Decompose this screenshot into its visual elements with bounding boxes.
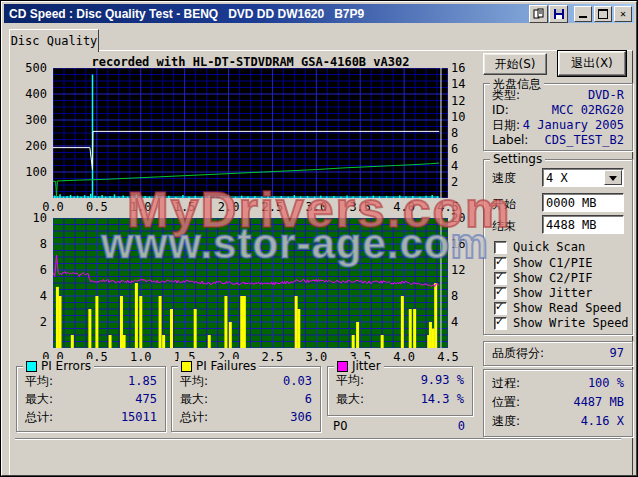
quick-scan-checkbox[interactable]: Quick Scan (494, 240, 585, 254)
maximize-icon (598, 9, 608, 19)
tab-label: Disc Quality (11, 34, 98, 48)
chart1-left-axis: 500400300200100 (17, 68, 49, 198)
pi-errors-avg-row: 平均:1.85 (25, 373, 157, 389)
pi-failures-total-row: 总计:306 (180, 409, 312, 425)
axis-tick-label: 4.0 (393, 350, 415, 364)
progress-row: 过程:100 % (492, 375, 624, 391)
pi-errors-total-row: 总计:15011 (25, 409, 157, 425)
axis-tick-label: 4 (451, 159, 458, 173)
chevron-down-icon[interactable] (604, 170, 622, 185)
close-button[interactable]: ✕ (614, 6, 632, 22)
axis-tick-label: 200 (25, 139, 47, 153)
axis-tick-label: 1.0 (130, 350, 152, 364)
exit-button[interactable]: 退出(X) (558, 51, 626, 76)
start-pos-field[interactable]: 0000 MB (542, 193, 624, 212)
progress-group: 过程:100 % 位置:4487 MB 速度:4.16 X (483, 369, 633, 437)
axis-tick-label: 4.0 (393, 200, 415, 214)
end-pos-field[interactable]: 4488 MB (542, 215, 624, 234)
axis-tick-label: 2.5 (262, 350, 284, 364)
axis-tick-label: 100 (25, 165, 47, 179)
save-button[interactable] (549, 5, 568, 23)
axis-tick-label: 0.5 (86, 200, 108, 214)
chart2-left-axis: 108642 (17, 218, 49, 348)
end-pos-label: 结束 (492, 218, 516, 235)
axis-tick-label: 16 (451, 237, 465, 251)
start-pos-label: 开始 (492, 196, 516, 213)
axis-tick-label: 4.5 (437, 350, 459, 364)
recorded-with-text: recorded with HL-DT-STDVDRAM GSA-4160B v… (53, 55, 448, 69)
pi-errors-swatch-icon (26, 361, 37, 372)
axis-tick-label: 3.5 (349, 200, 371, 214)
axis-tick-label: 300 (25, 113, 47, 127)
pi-failures-avg-row: 平均:0.03 (180, 373, 312, 389)
pi-errors-panel: PI Errors 平均:1.85 最大:475 总计:15011 (16, 366, 166, 432)
tab-disc-quality[interactable]: Disc Quality (9, 29, 99, 52)
disc-info-group: 光盘信息 类型:DVD-R ID:MCC 02RG20 日期:4 January… (483, 83, 633, 151)
axis-tick-label: 4 (40, 289, 47, 303)
show-c2pif-checkbox[interactable]: Show C2/PIF (494, 271, 592, 285)
axis-tick-label: 8 (451, 289, 458, 303)
pi-failures-max-row: 最大:6 (180, 391, 312, 407)
axis-tick-label: 12 (451, 94, 465, 108)
show-write-speed-checkbox[interactable]: Show Write Speed (494, 316, 629, 330)
axis-tick-label: 6 (40, 263, 47, 277)
pi-failures-title: PI Failures (178, 359, 259, 373)
disc-type-row: 类型:DVD-R (492, 87, 624, 103)
checkbox-icon[interactable] (494, 287, 507, 300)
show-read-speed-checkbox[interactable]: Show Read Speed (494, 301, 621, 315)
title-bar[interactable]: CD Speed : Disc Quality Test - BENQ DVD … (4, 4, 634, 23)
position-row: 位置:4487 MB (492, 394, 624, 410)
settings-group: Settings 速度 4 X 开始 0000 MB 结束 4488 MB Qu… (483, 159, 633, 335)
report-icon (533, 8, 545, 20)
window-title: CD Speed : Disc Quality Test - BENQ DVD … (9, 7, 528, 21)
divider (15, 438, 621, 440)
show-jitter-checkbox[interactable]: Show Jitter (494, 286, 592, 300)
start-button[interactable]: 开始(S) (483, 53, 547, 75)
axis-tick-label: 14 (451, 77, 465, 91)
axis-tick-label: 20 (451, 211, 465, 225)
app-window: CD Speed : Disc Quality Test - BENQ DVD … (0, 0, 638, 477)
axis-tick-label: 10 (33, 211, 47, 225)
jitter-panel: Jitter 平均:9.93 % 最大:14.3 % (327, 366, 473, 416)
axis-tick-label: 3.0 (305, 350, 327, 364)
quality-score-row: 品质得分:97 (492, 345, 624, 361)
disc-label-row: Label:CDS_TEST_B2 (492, 132, 624, 148)
pi-errors-title: PI Errors (23, 359, 94, 373)
chart1-x-axis: 0.00.51.01.52.02.53.03.54.04.5 (53, 200, 453, 213)
save-icon (553, 8, 565, 20)
axis-tick-label: 3.0 (305, 200, 327, 214)
pi-failures-swatch-icon (181, 361, 192, 372)
po-row: PO 0 (333, 418, 465, 434)
disc-date-row: 日期:4 January 2005 (492, 117, 624, 133)
report-button[interactable] (529, 5, 548, 23)
checkbox-icon[interactable] (494, 241, 507, 254)
axis-tick-label: 1.0 (130, 200, 152, 214)
minimize-icon (579, 16, 587, 18)
quality-score-group: 品质得分:97 (483, 341, 633, 366)
axis-tick-label: 500 (25, 61, 47, 75)
checkbox-icon[interactable] (494, 257, 507, 270)
minimize-button[interactable] (574, 6, 592, 22)
checkbox-icon[interactable] (494, 317, 507, 330)
jitter-max-row: 最大:14.3 % (336, 391, 464, 407)
axis-tick-label: 2 (40, 315, 47, 329)
jitter-swatch-icon (337, 361, 348, 372)
jitter-avg-row: 平均:9.93 % (336, 372, 464, 388)
speed-combobox[interactable]: 4 X (542, 168, 624, 187)
axis-tick-label: 1.5 (174, 200, 196, 214)
axis-tick-label: 6 (451, 142, 458, 156)
maximize-button[interactable] (594, 6, 612, 22)
speed-row: 速度:4.16 X (492, 413, 624, 429)
show-c1pie-checkbox[interactable]: Show C1/PIE (494, 256, 592, 270)
axis-tick-label: 8 (451, 126, 458, 140)
axis-tick-label: 2 (451, 175, 458, 189)
chart2-plot (53, 218, 448, 348)
checkbox-icon[interactable] (494, 302, 507, 315)
chart1-plot (53, 68, 448, 198)
axis-tick-label: 8 (40, 237, 47, 251)
axis-tick-label: 2.0 (218, 200, 240, 214)
axis-tick-label: 2.5 (262, 200, 284, 214)
checkbox-icon[interactable] (494, 272, 507, 285)
chart1-right-axis: 161412108642 (451, 68, 483, 198)
axis-tick-label: 10 (451, 110, 465, 124)
